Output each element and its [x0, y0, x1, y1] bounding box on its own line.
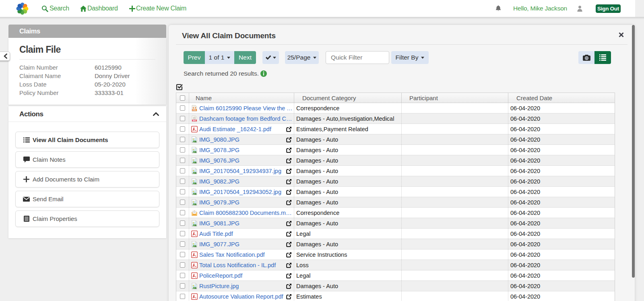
svg-text:HTML: HTML — [192, 109, 196, 111]
svg-text:MP4: MP4 — [193, 120, 196, 121]
